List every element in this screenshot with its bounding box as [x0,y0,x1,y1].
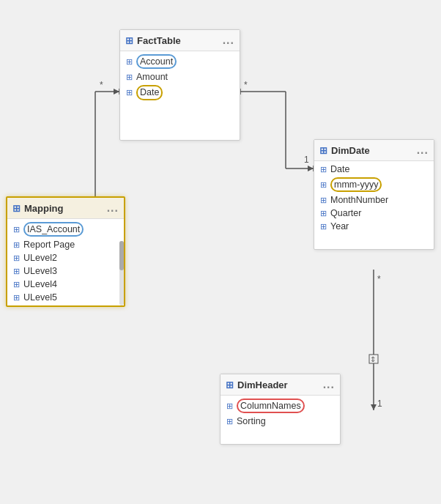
svg-marker-9 [308,166,314,171]
field-mmm-yyyy[interactable]: ⊞ mmm-yyyy [314,176,434,193]
canvas: 1 * * 1 * 1 ⇕ [0,0,441,504]
field-ulevel3[interactable]: ⊞ ULevel3 [7,264,124,278]
field-icon-report: ⊞ [13,240,20,250]
field-ulevel5[interactable]: ⊞ ULevel5 [7,291,124,304]
field-report-page[interactable]: ⊞ Report Page [7,238,124,251]
dim-header-title: ⊞ DimHeader [226,379,288,390]
svg-text:*: * [244,80,248,90]
field-month-label: MonthNumber [330,195,388,205]
dim-header-menu[interactable]: ... [323,378,335,391]
field-icon-ulevel3: ⊞ [13,267,20,276]
fact-table-title: ⊞ FactTable [125,35,181,46]
field-ulevel2-label: ULevel2 [23,253,57,263]
field-ias-account[interactable]: ⊞ IAS_Account [7,220,124,238]
dim-date-menu[interactable]: ... [417,144,429,157]
field-month-number[interactable]: ⊞ MonthNumber [314,193,434,207]
fact-table-menu[interactable]: ... [223,34,234,47]
svg-marker-3 [114,89,119,94]
mapping-header: ⊞ Mapping ... [7,198,124,219]
mapping-grid-icon: ⊞ [12,203,21,214]
field-report-label: Report Page [23,240,75,250]
mapping-menu[interactable]: ... [107,201,119,215]
fact-table-header: ⊞ FactTable ... [120,30,240,51]
field-icon-date-fact: ⊞ [126,88,133,97]
dim-header-header: ⊞ DimHeader ... [220,374,340,396]
svg-text:1: 1 [304,155,309,165]
dim-date-body: ⊞ Date ⊞ mmm-yyyy ⊞ MonthNumber ⊞ Quarte… [314,161,434,234]
field-icon-mmm: ⊞ [320,180,327,190]
dim-date-title: ⊞ DimDate [319,145,370,156]
fact-table[interactable]: ⊞ FactTable ... ⊞ Account ⊞ Amount ⊞ Dat… [119,29,240,141]
dim-header-body: ⊞ ColumnNames ⊞ Sorting [220,396,340,429]
dim-date-grid-icon: ⊞ [319,145,327,156]
field-icon-account: ⊞ [126,57,133,67]
field-icon-date-dim: ⊞ [320,165,327,174]
field-mmm-label: mmm-yyyy [330,177,382,192]
dim-header-name: DimHeader [237,379,288,390]
field-ulevel5-label: ULevel5 [23,292,57,303]
field-icon-ulevel2: ⊞ [13,253,20,263]
dim-date-name: DimDate [331,145,370,156]
field-date-fact-label: Date [136,85,163,100]
field-date-dim[interactable]: ⊞ Date [314,163,434,176]
field-ulevel4-label: ULevel4 [23,279,57,289]
field-icon-ulevel4: ⊞ [13,280,20,289]
field-ulevel3-label: ULevel3 [23,266,57,276]
field-column-names[interactable]: ⊞ ColumnNames [220,397,340,415]
fact-table-name: FactTable [137,35,181,46]
svg-rect-17 [369,355,378,363]
mapping-table[interactable]: ⊞ Mapping ... ⊞ IAS_Account ⊞ Report Pag… [6,196,125,307]
fact-table-body: ⊞ Account ⊞ Amount ⊞ Date [120,51,240,103]
field-icon-amount: ⊞ [126,73,133,82]
field-icon-column-names: ⊞ [226,401,233,411]
scroll-track [119,241,124,305]
scroll-thumb[interactable] [119,241,124,270]
field-icon-year: ⊞ [320,222,327,231]
field-icon-month: ⊞ [320,196,327,205]
field-icon-quarter: ⊞ [320,209,327,218]
field-ulevel2[interactable]: ⊞ ULevel2 [7,251,124,264]
field-icon-ulevel5: ⊞ [13,293,20,303]
field-ias-label: IAS_Account [23,222,84,237]
field-date-dim-label: Date [330,164,349,174]
dim-header-table[interactable]: ⊞ DimHeader ... ⊞ ColumnNames ⊞ Sorting [220,374,341,445]
table-grid-icon: ⊞ [125,35,133,46]
field-quarter[interactable]: ⊞ Quarter [314,207,434,220]
dim-date-table[interactable]: ⊞ DimDate ... ⊞ Date ⊞ mmm-yyyy ⊞ MonthN… [314,139,434,250]
svg-text:⇕: ⇕ [370,355,376,363]
svg-text:1: 1 [377,399,382,409]
field-year-label: Year [330,221,349,231]
mapping-body: ⊞ IAS_Account ⊞ Report Page ⊞ ULevel2 ⊞ … [7,219,124,305]
field-quarter-label: Quarter [330,208,361,218]
mapping-title: ⊞ Mapping [12,203,63,214]
field-amount[interactable]: ⊞ Amount [120,70,240,84]
field-icon-sorting: ⊞ [226,417,233,426]
dim-date-header: ⊞ DimDate ... [314,140,434,161]
field-ulevel4[interactable]: ⊞ ULevel4 [7,278,124,291]
field-icon-ias: ⊞ [13,225,20,234]
field-account-label: Account [136,54,177,69]
svg-marker-14 [371,404,377,410]
field-year[interactable]: ⊞ Year [314,220,434,233]
dim-header-grid-icon: ⊞ [226,379,234,390]
field-sorting[interactable]: ⊞ Sorting [220,415,340,428]
mapping-name: Mapping [24,203,63,214]
field-account[interactable]: ⊞ Account [120,53,240,70]
svg-text:*: * [377,274,381,284]
field-amount-label: Amount [136,72,168,82]
svg-text:*: * [100,80,103,90]
field-sorting-label: Sorting [237,416,266,426]
field-date-fact[interactable]: ⊞ Date [120,84,240,101]
field-column-names-label: ColumnNames [237,399,305,413]
